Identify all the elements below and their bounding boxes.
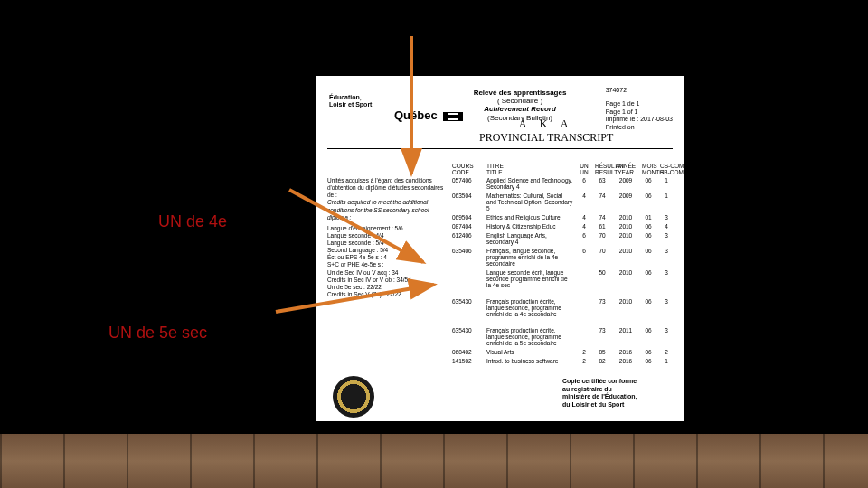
cell: 4 <box>579 223 590 230</box>
quebec-flag-icon <box>443 112 463 121</box>
text: A K A <box>479 117 613 131</box>
cell: 1 <box>660 177 673 190</box>
cell: 73 <box>595 327 609 346</box>
cell: 06 <box>642 192 655 211</box>
annotation-credits-can: Credits you CAN Accumulate this year UN … <box>108 280 298 343</box>
text: Unités acquises à l'égard des conditions… <box>327 177 445 199</box>
slide-title: CODE = last 3 digits tell you the course… <box>172 9 565 33</box>
col-result: RÉSULTAT RESULT <box>595 163 609 175</box>
credit-line: Langue seconde : 4/4 <box>327 232 445 239</box>
cell: 06 <box>642 177 655 190</box>
cell: 3 <box>660 298 673 317</box>
table-row: 635430Français production écrite, langue… <box>452 327 673 346</box>
credit-line: S+C or PHE 4e-5e s : <box>327 261 445 268</box>
cell: 2009 <box>615 192 637 211</box>
col-title: TITRE TITLE <box>486 163 573 175</box>
cell: 3 <box>660 248 673 267</box>
table-body: 057406Applied Science and Technology, Se… <box>452 177 673 367</box>
cell: 087404 <box>452 223 481 230</box>
text-highlight: UN de 4e <box>158 211 303 232</box>
table-row: 635406Français, langue seconde, programm… <box>452 248 673 267</box>
text-line: Credits you CAN <box>108 280 298 301</box>
cell: 06 <box>642 232 655 245</box>
cell <box>579 298 590 317</box>
col-reg: CS-COM SB-COM <box>660 163 673 175</box>
col-month: MOIS MONTH <box>642 163 655 175</box>
cell: 01 <box>642 214 655 221</box>
col-year: ANNÉE YEAR <box>615 163 637 175</box>
cell: 4 <box>660 223 673 230</box>
credit-line: Éct ou EPS 4e-5e s : 4 <box>327 254 445 261</box>
credit-line: Un de Sec IV ou V acq : 34 <box>327 269 445 277</box>
cell: Mathematics: Cultural, Social and Techni… <box>486 192 573 211</box>
cell: 3 <box>660 232 673 245</box>
cell: 70 <box>595 248 609 267</box>
text-line: Credits you have <box>158 148 303 169</box>
cell: 4 <box>579 192 590 211</box>
cell: 068402 <box>452 349 481 355</box>
credit-line: Langue seconde : 5/4 <box>327 239 445 247</box>
cell: 06 <box>642 269 655 288</box>
cell: 3 <box>660 214 673 221</box>
cell: History & Citizenship Educ <box>486 223 573 230</box>
credits-summary-block: Unités acquises à l'égard des conditions… <box>327 177 445 298</box>
slide: CODE = last 3 digits tell you the course… <box>0 0 868 488</box>
cell: 141502 <box>452 358 481 364</box>
quebec-wordmark: Québec <box>394 108 463 122</box>
cell <box>579 327 590 346</box>
text: Imprimé le : 2017-08-03 <box>606 116 673 124</box>
cell: 6 <box>579 177 590 190</box>
cell: 635430 <box>452 327 481 346</box>
col-code: COURS CODE <box>452 163 481 175</box>
cell: 2010 <box>615 214 637 221</box>
cell: 057406 <box>452 177 481 190</box>
cell <box>579 269 590 288</box>
cell: 2010 <box>615 298 637 317</box>
text: PROVINCIAL TRANSCRIPT <box>479 131 613 145</box>
annotation-credits-already: Credits you have ALREADY Accumulated UN … <box>158 148 303 233</box>
cell: 73 <box>595 298 609 317</box>
cell: 2 <box>579 349 590 355</box>
cell: Applied Science and Technology, Secondar… <box>486 177 573 190</box>
table-row: 057406Applied Science and Technology, Se… <box>452 177 673 190</box>
cell: 635406 <box>452 248 481 267</box>
handwritten-note: A K A PROVINCIAL TRANSCRIPT <box>479 117 613 145</box>
text: ( Secondaire ) <box>461 97 579 105</box>
cell: 063504 <box>452 192 481 211</box>
cell: 06 <box>642 358 655 364</box>
cell: 2010 <box>615 232 637 245</box>
cell: 63 <box>595 177 609 190</box>
credit-line: Un de 5e sec : 22/22 <box>327 284 445 291</box>
cell: 4 <box>579 214 590 221</box>
col-units: UN UN <box>579 163 590 175</box>
text: Québec <box>394 108 438 122</box>
cell: Ethics and Religious Culture <box>486 214 573 221</box>
text: du Loisir et du Sport <box>562 401 671 408</box>
cell: 2011 <box>615 327 637 346</box>
cell: 61 <box>595 223 609 230</box>
table-row: 087404History & Citizenship Educ46120100… <box>452 223 673 230</box>
text: ministère de l'Éducation, <box>562 393 671 400</box>
ministry-label: Éducation, Loisir et Sport <box>329 94 392 108</box>
cell: Visual Arts <box>486 349 573 355</box>
text: Page 1 de 1 <box>606 100 673 108</box>
text: Credits acquired to meet the additional … <box>327 199 445 221</box>
cell: 74 <box>595 214 609 221</box>
cell: 3 <box>660 269 673 288</box>
cell: 6 <box>579 232 590 245</box>
table-row: 141502Introd. to business software282201… <box>452 358 673 364</box>
cell: 2016 <box>615 358 637 364</box>
credit-line: Langue d'enseignement : 5/6 <box>327 225 445 232</box>
text: Loisir et Sport <box>329 101 392 108</box>
official-seal-icon <box>333 376 374 418</box>
cell: 6 <box>579 248 590 267</box>
cell: 74 <box>595 192 609 211</box>
cell: Introd. to business software <box>486 358 573 364</box>
cell: 85 <box>595 349 609 355</box>
text: Relevé des apprentissages <box>461 89 579 97</box>
text: 374072 <box>606 87 673 95</box>
table-row: 068402Visual Arts2852016062 <box>452 349 673 355</box>
cell: 06 <box>642 349 655 355</box>
cell: English Language Arts, secondary 4 <box>486 232 573 245</box>
cell: Français production écrite, langue secon… <box>486 327 573 346</box>
